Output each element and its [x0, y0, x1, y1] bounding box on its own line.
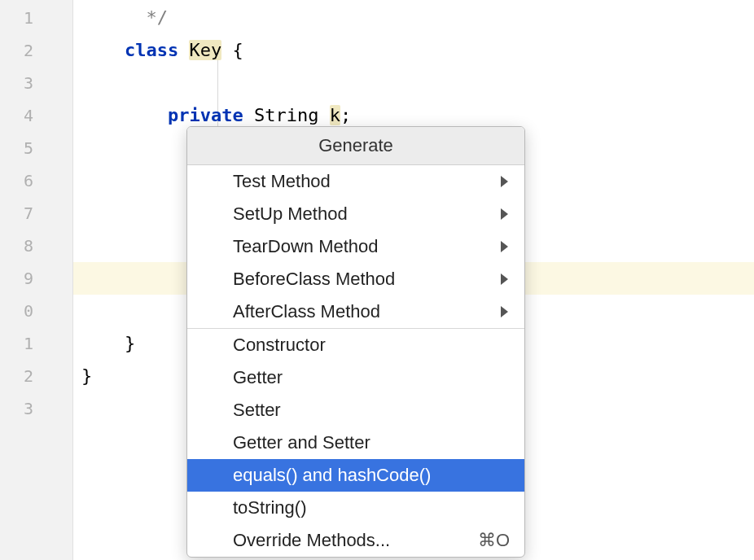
menu-item-label: Override Methods...: [233, 530, 390, 551]
menu-item-label: Getter: [233, 367, 283, 388]
chevron-right-icon: [501, 241, 508, 252]
chevron-right-icon: [501, 208, 508, 220]
brace: {: [221, 40, 243, 60]
code-line[interactable]: */: [73, 2, 754, 34]
chevron-right-icon: [501, 273, 508, 285]
gutter: 1 2 3 4 5 6 7 8 9 0 1 2 3: [0, 0, 73, 560]
menu-item-label: Test Method: [233, 171, 331, 192]
menu-item-label: toString(): [233, 497, 306, 518]
menu-item-setter[interactable]: Setter: [187, 394, 524, 427]
menu-item-tostring[interactable]: toString(): [187, 492, 524, 524]
menu-item-beforeclass-method[interactable]: BeforeClass Method: [187, 263, 524, 295]
menu-item-equals-hashcode[interactable]: equals() and hashCode(): [187, 459, 524, 492]
line-number: 3: [0, 67, 72, 99]
keyword-class: class: [125, 40, 178, 60]
line-number: 5: [0, 132, 72, 164]
menu-item-label: BeforeClass Method: [233, 269, 395, 290]
line-number: 1: [0, 327, 72, 360]
menu-item-shortcut: ⌘O: [478, 530, 510, 551]
line-number: 2: [0, 34, 72, 67]
line-number: 2: [0, 360, 72, 392]
menu-item-label: SetUp Method: [233, 203, 348, 225]
type-string: String: [243, 105, 330, 125]
keyword-private: private: [168, 105, 243, 125]
menu-item-override-methods[interactable]: Override Methods... ⌘O: [187, 524, 524, 557]
menu-item-label: Setter: [233, 400, 281, 421]
brace: }: [125, 333, 135, 353]
menu-item-afterclass-method[interactable]: AfterClass Method: [187, 295, 524, 328]
brace: }: [81, 365, 92, 386]
menu-item-teardown-method[interactable]: TearDown Method: [187, 230, 524, 263]
menu-item-label: AfterClass Method: [233, 301, 380, 322]
code-line[interactable]: class Key {: [73, 34, 754, 67]
menu-item-constructor[interactable]: Constructor: [187, 329, 524, 361]
line-number: 3: [0, 392, 72, 425]
line-number: 6: [0, 164, 72, 197]
line-number: 9: [0, 262, 72, 295]
class-name-highlighted: Key: [189, 40, 221, 60]
popup-title: Generate: [187, 127, 524, 165]
menu-item-label: Constructor: [233, 335, 326, 356]
line-number: 0: [0, 295, 72, 327]
chevron-right-icon: [501, 306, 508, 317]
menu-item-label: equals() and hashCode(): [233, 465, 431, 486]
code-line[interactable]: [73, 67, 754, 99]
menu-item-getter[interactable]: Getter: [187, 361, 524, 394]
menu-item-label: Getter and Setter: [233, 432, 370, 453]
line-number: 7: [0, 197, 72, 230]
line-number: 4: [0, 99, 72, 132]
menu-item-label: TearDown Method: [233, 236, 379, 257]
semicolon: ;: [340, 105, 351, 125]
comment-end: */: [146, 7, 168, 28]
generate-popup: Generate Test Method SetUp Method TearDo…: [186, 126, 525, 558]
menu-item-getter-and-setter[interactable]: Getter and Setter: [187, 427, 524, 459]
menu-item-setup-method[interactable]: SetUp Method: [187, 198, 524, 230]
field-name-highlighted: k: [330, 105, 340, 125]
line-number: 8: [0, 230, 72, 262]
chevron-right-icon: [501, 176, 508, 187]
line-number: 1: [0, 2, 72, 34]
menu-item-test-method[interactable]: Test Method: [187, 165, 524, 198]
